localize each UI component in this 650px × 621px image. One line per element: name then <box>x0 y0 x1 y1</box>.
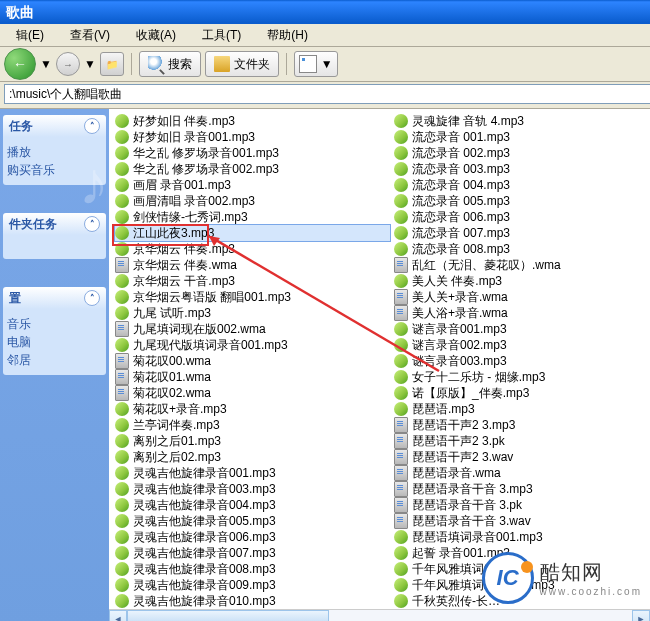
file-list-pane[interactable]: 好梦如旧 伴奏.mp3好梦如旧 录音001.mp3华之乱 修罗场录音001.mp… <box>109 109 650 621</box>
file-item[interactable]: 流恋录音 007.mp3 <box>394 225 644 241</box>
menu-edit[interactable]: 辑(E) <box>4 25 56 46</box>
wma-file-icon <box>115 257 129 273</box>
file-item[interactable]: 灵魂吉他旋律录音004.mp3 <box>115 497 390 513</box>
file-item[interactable]: 好梦如旧 录音001.mp3 <box>115 129 390 145</box>
scroll-track[interactable] <box>127 610 632 621</box>
file-item[interactable]: 九尾填词现在版002.wma <box>115 321 390 337</box>
file-item[interactable]: 诺【原版】_伴奏.mp3 <box>394 385 644 401</box>
mp3-file-icon <box>115 146 129 160</box>
task-play[interactable]: 播放 <box>7 143 102 161</box>
scroll-left-button[interactable]: ◄ <box>109 610 127 621</box>
file-item[interactable]: 九尾 试听.mp3 <box>115 305 390 321</box>
file-item[interactable]: 京华烟云 伴奏.wma <box>115 257 390 273</box>
file-item[interactable]: 流恋录音 002.mp3 <box>394 145 644 161</box>
file-item[interactable]: 琵琶语填词录音001.mp3 <box>394 529 644 545</box>
file-item[interactable]: 美人关 伴奏.mp3 <box>394 273 644 289</box>
forward-dropdown[interactable]: ▼ <box>84 57 96 71</box>
views-button[interactable]: ▼ <box>294 51 338 77</box>
task-buy[interactable]: 购买音乐 <box>7 161 102 179</box>
place-network[interactable]: 邻居 <box>7 351 102 369</box>
task-panel-folder-body <box>3 235 106 259</box>
mp3-file-icon <box>115 226 129 240</box>
file-item[interactable]: 灵魂吉他旋律录音009.mp3 <box>115 577 390 593</box>
file-item[interactable]: 灵魂吉他旋律录音006.mp3 <box>115 529 390 545</box>
file-name: 琵琶语干声2 3.wav <box>412 449 513 465</box>
file-item[interactable]: 琵琶语干声2 3.pk <box>394 433 644 449</box>
mp3-file-icon <box>115 514 129 528</box>
file-item[interactable]: 剑侠情缘-七秀词.mp3 <box>115 209 390 225</box>
file-item[interactable]: 女子十二乐坊 - 烟缘.mp3 <box>394 369 644 385</box>
file-item[interactable]: 兰亭词伴奏.mp3 <box>115 417 390 433</box>
menu-help[interactable]: 帮助(H) <box>255 25 320 46</box>
menu-tools[interactable]: 工具(T) <box>190 25 253 46</box>
file-item[interactable]: 谜言录音001.mp3 <box>394 321 644 337</box>
task-panel-folder-header[interactable]: 件夹任务 ˄ <box>3 213 106 235</box>
back-dropdown[interactable]: ▼ <box>40 57 52 71</box>
file-item[interactable]: 京华烟云粤语版 翻唱001.mp3 <box>115 289 390 305</box>
scroll-right-button[interactable]: ► <box>632 610 650 621</box>
file-item[interactable]: 画眉清唱 录音002.mp3 <box>115 193 390 209</box>
mp3-file-icon <box>394 114 408 128</box>
file-item[interactable]: 京华烟云 伴奏.mp3 <box>115 241 390 257</box>
file-item[interactable]: 江山此夜3.mp3 <box>115 225 390 241</box>
file-item[interactable]: 流恋录音 004.mp3 <box>394 177 644 193</box>
file-item[interactable]: 谜言录音003.mp3 <box>394 353 644 369</box>
address-input[interactable]: :\music\个人翻唱歌曲 <box>4 84 650 104</box>
file-name: 好梦如旧 伴奏.mp3 <box>133 113 235 129</box>
file-item[interactable]: 画眉 录音001.mp3 <box>115 177 390 193</box>
folders-button[interactable]: 文件夹 <box>205 51 279 77</box>
file-item[interactable]: 流恋录音 006.mp3 <box>394 209 644 225</box>
file-item[interactable]: 流恋录音 005.mp3 <box>394 193 644 209</box>
file-item[interactable]: 灵魂吉他旋律录音001.mp3 <box>115 465 390 481</box>
up-button[interactable]: 📁 <box>100 52 124 76</box>
file-item[interactable]: 离别之后01.mp3 <box>115 433 390 449</box>
file-item[interactable]: 流恋录音 001.mp3 <box>394 129 644 145</box>
file-item[interactable]: 华之乱 修罗场录音002.mp3 <box>115 161 390 177</box>
wma-file-icon <box>394 481 408 497</box>
file-item[interactable]: 美人关+录音.wma <box>394 289 644 305</box>
file-item[interactable]: 菊花叹+录音.mp3 <box>115 401 390 417</box>
file-item[interactable]: 灵魂旋律 音轨 4.mp3 <box>394 113 644 129</box>
file-item[interactable]: 灵魂吉他旋律录音005.mp3 <box>115 513 390 529</box>
file-item[interactable]: 离别之后02.mp3 <box>115 449 390 465</box>
file-name: 琵琶语干声2 3.pk <box>412 433 505 449</box>
file-item[interactable]: 琵琶语干声2 3.wav <box>394 449 644 465</box>
search-button[interactable]: 搜索 <box>139 51 201 77</box>
place-computer[interactable]: 电脑 <box>7 333 102 351</box>
menu-view[interactable]: 查看(V) <box>58 25 122 46</box>
file-item[interactable]: 谜言录音002.mp3 <box>394 337 644 353</box>
file-item[interactable]: 流恋录音 003.mp3 <box>394 161 644 177</box>
file-item[interactable]: 华之乱 修罗场录音001.mp3 <box>115 145 390 161</box>
file-item[interactable]: 灵魂吉他旋律录音007.mp3 <box>115 545 390 561</box>
file-item[interactable]: 京华烟云 干音.mp3 <box>115 273 390 289</box>
file-item[interactable]: 灵魂吉他旋律录音003.mp3 <box>115 481 390 497</box>
file-item[interactable]: 琵琶语录音干音 3.pk <box>394 497 644 513</box>
mp3-file-icon <box>394 322 408 336</box>
file-item[interactable]: 琵琶语录音干音 3.wav <box>394 513 644 529</box>
file-item[interactable]: 琵琶语干声2 3.mp3 <box>394 417 644 433</box>
file-item[interactable]: 灵魂吉他旋律录音008.mp3 <box>115 561 390 577</box>
task-panel-music-header[interactable]: 任务 ˄ <box>3 115 106 137</box>
file-item[interactable]: 九尾现代版填词录音001.mp3 <box>115 337 390 353</box>
file-item[interactable]: 乱红（无泪、菱花叹）.wma <box>394 257 644 273</box>
menu-fav[interactable]: 收藏(A) <box>124 25 188 46</box>
file-item[interactable]: 琵琶语.mp3 <box>394 401 644 417</box>
task-panel-places-body: 音乐 电脑 邻居 <box>3 309 106 375</box>
file-item[interactable]: 菊花叹02.wma <box>115 385 390 401</box>
file-item[interactable]: 好梦如旧 伴奏.mp3 <box>115 113 390 129</box>
file-item[interactable]: 灵魂吉他旋律录音010.mp3 <box>115 593 390 609</box>
file-item[interactable]: 菊花叹01.wma <box>115 369 390 385</box>
back-button[interactable]: ← <box>4 48 36 80</box>
file-item[interactable]: 流恋录音 008.mp3 <box>394 241 644 257</box>
file-item[interactable]: 琵琶语录音.wma <box>394 465 644 481</box>
file-item[interactable]: 美人浴+录音.wma <box>394 305 644 321</box>
place-music[interactable]: 音乐 <box>7 315 102 333</box>
file-item[interactable]: 琵琶语录音干音 3.mp3 <box>394 481 644 497</box>
scroll-thumb[interactable] <box>127 610 329 621</box>
horizontal-scrollbar[interactable]: ◄ ► <box>109 609 650 621</box>
wma-file-icon <box>394 305 408 321</box>
forward-button: → <box>56 52 80 76</box>
task-panel-places-header[interactable]: 置 ˄ <box>3 287 106 309</box>
file-item[interactable]: 菊花叹00.wma <box>115 353 390 369</box>
mp3-file-icon <box>394 210 408 224</box>
